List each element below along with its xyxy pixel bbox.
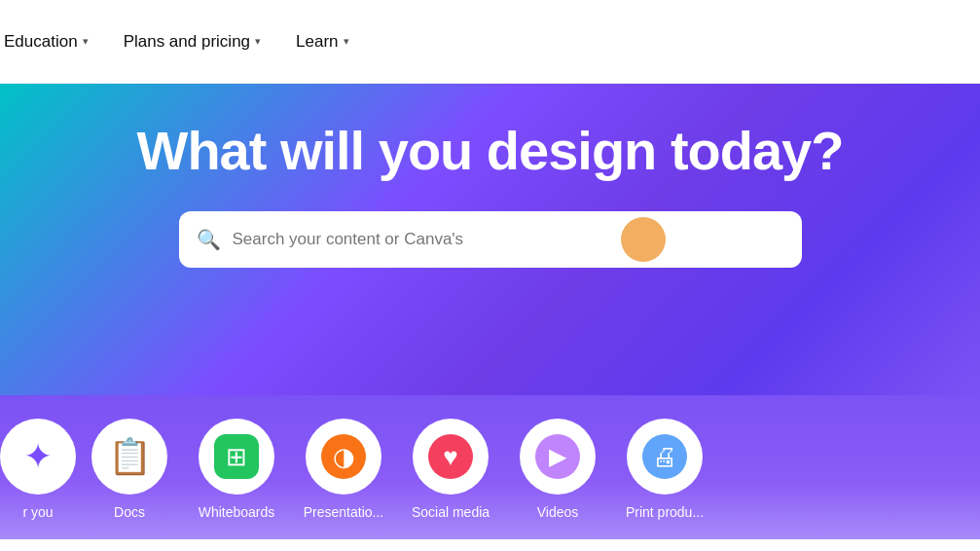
search-icon: 🔍 (197, 228, 221, 251)
chevron-down-icon: ▾ (255, 35, 261, 48)
social-media-icon-circle: ♥ (413, 419, 489, 495)
chevron-down-icon: ▾ (344, 35, 349, 48)
docs-icon-circle: 📋 (91, 419, 167, 495)
bottom-area (0, 539, 980, 551)
whiteboards-icon: ⊞ (226, 442, 247, 472)
docs-icon: 📋 (108, 436, 152, 477)
chevron-down-icon: ▾ (83, 35, 89, 48)
presentations-label: Presentatio... (304, 504, 384, 520)
category-social-media[interactable]: ♥ Social media (397, 419, 504, 520)
category-docs[interactable]: 📋 Docs (76, 419, 183, 520)
nav-plans-label: Plans and pricing (124, 32, 250, 52)
whiteboards-icon-bg: ⊞ (214, 434, 259, 479)
nav-education-label: Education (4, 32, 78, 52)
print-icon-circle: 🖨 (627, 419, 703, 495)
category-videos[interactable]: ▶ Videos (504, 419, 611, 520)
videos-label: Videos (537, 504, 579, 520)
for-you-icon: ✦ (23, 436, 53, 477)
social-media-label: Social media (412, 504, 490, 520)
categories-row: ✦ r you 📋 Docs ⊞ Whiteboards ◑ Presentat… (0, 395, 980, 539)
print-icon-bg: 🖨 (642, 434, 687, 479)
nav-learn-label: Learn (296, 32, 338, 52)
videos-icon: ▶ (549, 443, 566, 470)
hero-section: What will you design today? 🔍 (0, 84, 980, 395)
search-bar: 🔍 (179, 211, 802, 268)
docs-label: Docs (114, 504, 145, 520)
for-you-label: r you (22, 504, 53, 520)
presentations-icon-bg: ◑ (321, 434, 366, 479)
social-media-icon-bg: ♥ (428, 434, 473, 479)
presentations-icon: ◑ (333, 442, 355, 472)
social-media-icon: ♥ (443, 442, 457, 472)
whiteboards-icon-circle: ⊞ (199, 419, 274, 495)
nav-item-learn[interactable]: Learn ▾ (278, 0, 366, 83)
search-input[interactable] (233, 230, 784, 249)
videos-icon-circle: ▶ (520, 419, 596, 495)
category-for-you[interactable]: ✦ r you (0, 419, 76, 520)
dots-row (0, 539, 980, 551)
category-whiteboards[interactable]: ⊞ Whiteboards (183, 419, 290, 520)
whiteboards-label: Whiteboards (199, 504, 275, 520)
nav-item-education[interactable]: Education ▾ (0, 0, 106, 83)
nav-bar: Education ▾ Plans and pricing ▾ Learn ▾ (0, 0, 980, 84)
nav-item-plans-pricing[interactable]: Plans and pricing ▾ (106, 0, 278, 83)
category-print-products[interactable]: 🖨 Print produ... (611, 419, 718, 520)
print-label: Print produ... (626, 504, 704, 520)
hero-title: What will you design today? (137, 119, 844, 182)
print-icon: 🖨 (652, 442, 677, 472)
videos-icon-bg: ▶ (535, 434, 580, 479)
presentations-icon-circle: ◑ (306, 419, 381, 495)
category-presentations[interactable]: ◑ Presentatio... (290, 419, 397, 520)
for-you-icon-circle: ✦ (0, 419, 76, 495)
